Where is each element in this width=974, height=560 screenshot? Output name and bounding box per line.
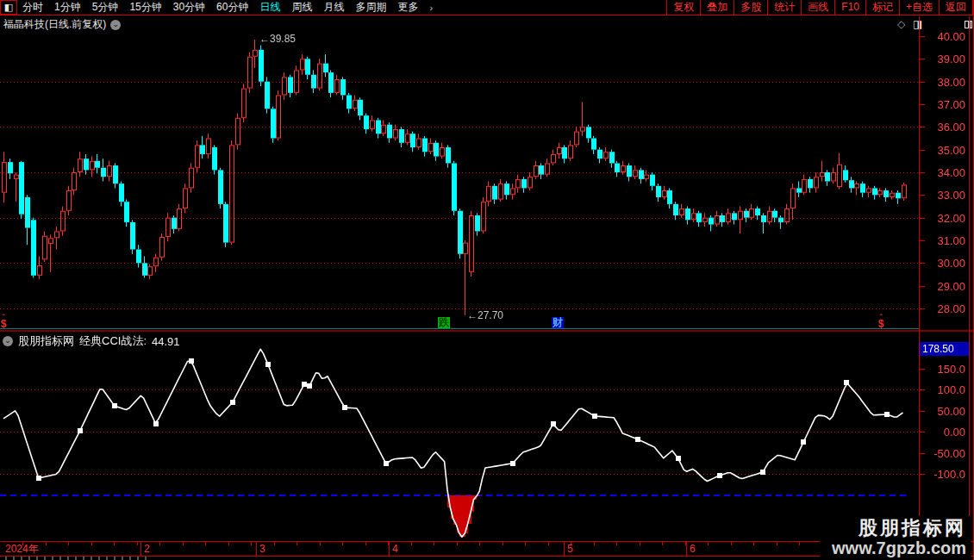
toolbar-function-1[interactable]: 叠加 <box>700 0 734 15</box>
toolbar-period-7[interactable]: 周线 <box>291 0 312 15</box>
x-axis-label: 6 <box>690 544 696 555</box>
x-axis-tick <box>479 542 480 545</box>
axis-tick <box>920 127 925 128</box>
x-axis-tick <box>799 542 800 545</box>
finance-badge: 财 <box>552 317 564 328</box>
price-axis-label: 31.00 <box>937 235 965 246</box>
price-axis-label: 32.00 <box>937 213 965 224</box>
axis-tick <box>920 369 925 370</box>
x-axis-tick <box>548 542 549 545</box>
x-axis-tick <box>274 542 275 545</box>
x-axis-tick <box>342 542 343 545</box>
month-boundary-line <box>686 542 687 556</box>
toolbar-period-8[interactable]: 月线 <box>323 0 344 15</box>
axis-tick <box>920 104 925 105</box>
toolbar-function-7[interactable]: +自选 <box>899 0 939 15</box>
toolbar-function-3[interactable]: 统计 <box>767 0 801 15</box>
axis-tick <box>920 411 925 412</box>
price-axis-label: 29.00 <box>937 281 965 292</box>
drop-badge: 跌 <box>438 317 450 328</box>
x-axis-tick <box>46 542 47 545</box>
layout-icon[interactable]: ◧ <box>0 0 17 15</box>
month-boundary-line <box>140 542 141 556</box>
indicator-value: 44.91 <box>152 335 180 348</box>
watermark: 股朋指标网 www.7gpzb.com <box>820 516 971 558</box>
pane-separator[interactable] <box>0 330 974 332</box>
axis-tick <box>920 389 925 390</box>
toolbar-period-4[interactable]: 30分钟 <box>173 0 205 15</box>
month-boundary-line <box>564 542 565 556</box>
month-boundary-line <box>256 542 257 556</box>
indicator-site-label: 股朋指标网 <box>18 333 74 349</box>
cci-indicator-canvas[interactable] <box>0 332 919 541</box>
month-boundary-line <box>389 542 390 556</box>
x-axis-label: 2024年 <box>5 544 39 555</box>
toolbar-period-2[interactable]: 5分钟 <box>92 0 119 15</box>
axis-border-line <box>969 16 970 541</box>
watermark-site-name: 股朋指标网 <box>832 518 966 538</box>
candlestick-chart-canvas[interactable] <box>0 16 919 318</box>
cci-axis-label: 150.0 <box>937 364 965 375</box>
x-axis-tick <box>640 542 640 545</box>
function-menu: 复权叠加多股统计画线F10标记+自选返回 <box>666 0 973 15</box>
cci-axis-label: 100.0 <box>937 384 965 395</box>
indicator-header: ⌄ 股朋指标网 经典CCI战法: 44.91 <box>3 333 180 349</box>
axis-tick <box>920 195 925 196</box>
indicator-max-value-box: 178.50 <box>920 342 969 356</box>
chevron-down-icon[interactable]: ⌄ <box>3 336 13 346</box>
cci-axis-label: 0.00 <box>944 426 965 438</box>
high-price-annotation: ←39.85 <box>259 33 296 45</box>
watermark-url: www.7gpzb.com <box>832 538 966 557</box>
toolbar-function-5[interactable]: F10 <box>834 0 865 15</box>
price-axis-label: 34.00 <box>937 167 965 178</box>
x-axis-tick <box>183 542 184 545</box>
clipped-tab-text <box>5 557 152 560</box>
toolbar-period-1[interactable]: 1分钟 <box>54 0 81 15</box>
low-price-annotation: ←27.70 <box>467 309 503 321</box>
toolbar-period-9[interactable]: 多周期 <box>355 0 386 15</box>
toolbar-period-0[interactable]: 分时 <box>22 0 43 15</box>
pane-separator-teal <box>0 328 919 329</box>
period-tabs: 分时1分钟5分钟15分钟30分钟60分钟日线周线月线多周期更多› <box>22 0 433 15</box>
cci-axis-label: -100.0 <box>933 469 965 480</box>
toolbar-period-5[interactable]: 60分钟 <box>216 0 248 15</box>
axis-tick <box>920 59 925 59</box>
toolbar-period-3[interactable]: 15分钟 <box>129 0 161 15</box>
period-toolbar: ◧ 分时1分钟5分钟15分钟30分钟60分钟日线周线月线多周期更多› 复权叠加多… <box>0 0 974 16</box>
price-axis-label: 37.00 <box>937 99 965 110</box>
toolbar-function-0[interactable]: 复权 <box>666 0 700 15</box>
axis-tick <box>920 240 925 241</box>
cci-axis-label: 50.00 <box>937 406 965 417</box>
x-axis-tick <box>525 542 526 545</box>
toolbar-function-8[interactable]: 返回 <box>939 0 973 15</box>
x-axis-tick <box>205 542 206 545</box>
indicator-name: 经典CCI战法: <box>79 333 147 349</box>
price-axis-label: 38.00 <box>937 77 965 88</box>
toolbar-function-6[interactable]: 标记 <box>865 0 899 15</box>
trading-app-window: ◧ 分时1分钟5分钟15分钟30分钟60分钟日线周线月线多周期更多› 复权叠加多… <box>0 0 974 560</box>
toolbar-period-10[interactable]: 更多 <box>397 0 418 15</box>
toolbar-function-2[interactable]: 多股 <box>734 0 767 15</box>
toolbar-function-4[interactable]: 画线 <box>801 0 834 15</box>
x-axis-tick <box>434 542 434 545</box>
price-axis: 40.0039.0038.0037.0036.0035.0034.0033.00… <box>919 16 974 541</box>
x-axis-tick <box>297 542 297 545</box>
x-axis-tick <box>731 542 732 545</box>
price-axis-label: 40.00 <box>937 31 965 42</box>
price-axis-label: 35.00 <box>937 145 965 156</box>
axis-tick <box>920 36 925 37</box>
price-axis-label: 36.00 <box>937 121 965 133</box>
toolbar-period-6[interactable]: 日线 <box>259 0 280 15</box>
x-axis-tick <box>159 542 160 545</box>
x-axis-label: 2 <box>144 544 150 555</box>
x-axis-tick <box>114 542 115 545</box>
x-axis-tick <box>251 542 252 545</box>
x-axis-tick <box>777 542 777 545</box>
cci-axis-label: -50.00 <box>933 448 965 459</box>
axis-tick <box>920 82 925 83</box>
x-axis-tick <box>708 542 709 545</box>
axis-tick <box>920 286 925 287</box>
axis-tick <box>920 474 925 475</box>
x-axis-tick <box>662 542 663 545</box>
x-axis-tick <box>457 542 458 545</box>
